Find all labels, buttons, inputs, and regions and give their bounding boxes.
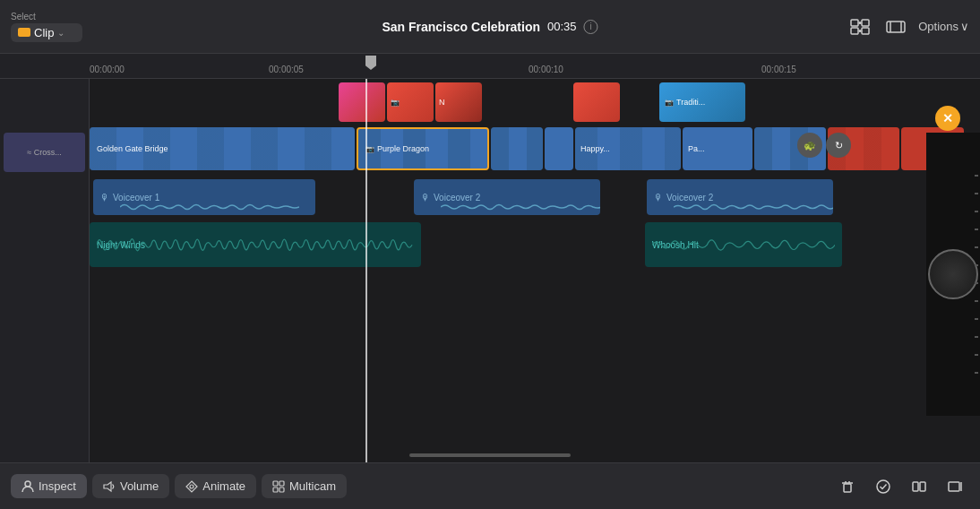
options-button[interactable]: Options ∨	[918, 20, 969, 33]
svg-rect-6	[887, 22, 905, 32]
svg-rect-35	[949, 482, 959, 491]
animate-icon	[185, 480, 198, 493]
connected-clips-row: 📷 N 📷 Traditi...	[90, 82, 980, 125]
title-group: San Francisco Celebration 00:35 i	[382, 20, 597, 34]
select-clip-dropdown[interactable]: Clip ⌄	[11, 23, 82, 42]
split-button[interactable]	[905, 472, 933, 501]
playhead-handle[interactable]	[365, 54, 376, 79]
svg-rect-26	[273, 487, 278, 492]
clip-pa[interactable]: Pa...	[683, 127, 752, 170]
clip-c[interactable]	[545, 127, 573, 170]
happy-label: Happy...	[580, 144, 610, 153]
svg-rect-33	[913, 482, 918, 491]
golden-gate-label: Golden Gate Bridge	[97, 144, 168, 153]
scroll-indicator[interactable]	[409, 453, 571, 457]
multicam-view-button[interactable]	[847, 15, 873, 39]
speed-turtle-button[interactable]: 🐢	[797, 133, 822, 158]
delete-button[interactable]	[833, 472, 862, 501]
volume-button[interactable]: Volume	[92, 474, 169, 498]
vo-clip-1[interactable]: 🎙 Voiceover 1	[93, 179, 315, 215]
ruler-tick-0: 00:00:00	[90, 65, 125, 74]
vo-clip-2[interactable]: 🎙 Voiceover 2	[414, 179, 600, 215]
svg-rect-0	[851, 20, 858, 26]
check-circle-icon	[875, 479, 891, 495]
purple-dragon-label: Purple Dragon	[377, 144, 429, 153]
clip-end-icon	[947, 479, 963, 495]
svg-point-32	[877, 480, 890, 493]
connected-clip-3[interactable]	[573, 82, 620, 122]
svg-point-5	[859, 30, 862, 32]
close-button[interactable]: ✕	[935, 106, 960, 131]
select-label: Select	[11, 12, 82, 22]
timecode-display: 00:35	[547, 20, 577, 33]
bottom-toolbar: Inspect Volume Animate	[0, 462, 980, 509]
clip-color-icon	[18, 28, 30, 37]
audio-clip-whoosh[interactable]: Whoosh Hit	[645, 222, 842, 267]
timeline-area[interactable]: ≈ Cross... 📷 N 📷 Traditi...	[0, 79, 980, 462]
clip-duration-button[interactable]	[882, 15, 909, 39]
svg-rect-1	[862, 20, 869, 26]
clip-after-pd[interactable]	[491, 127, 543, 170]
connected-clip-4[interactable]: 📷 Traditi...	[659, 82, 745, 122]
transition-label-clip: ≈ Cross...	[4, 133, 85, 172]
project-title: San Francisco Celebration	[382, 20, 540, 34]
svg-point-4	[859, 22, 862, 24]
info-icon[interactable]: i	[584, 20, 598, 34]
svg-rect-25	[279, 481, 284, 486]
audio-track: Night Winds Whoosh Hit	[90, 222, 980, 271]
ruler-tick-1: 00:00:05	[269, 65, 304, 74]
pa-label: Pa...	[688, 144, 705, 153]
trash-icon	[839, 479, 855, 495]
connected-clip-1[interactable]: 📷	[387, 82, 434, 122]
svg-marker-22	[104, 482, 111, 491]
inspect-button[interactable]: Inspect	[11, 474, 87, 498]
clip-purple-dragon[interactable]: 📷 Purple Dragon	[357, 127, 489, 170]
volume-icon	[103, 480, 116, 493]
inspect-icon	[21, 480, 34, 493]
audio-clip-night-winds[interactable]: Night Winds	[90, 222, 421, 267]
dial-wheel[interactable]	[928, 158, 978, 391]
timeline-section: ≈ Cross... 📷 N 📷 Traditi...	[0, 79, 980, 462]
vo-clip-3[interactable]: 🎙 Voiceover 2	[647, 179, 833, 215]
clip-happy[interactable]: Happy...	[575, 127, 681, 170]
connected-clip-0[interactable]	[339, 82, 385, 122]
svg-rect-2	[851, 28, 858, 34]
multicam-button[interactable]: Multicam	[262, 474, 347, 498]
svg-rect-34	[920, 482, 925, 491]
bottom-toolbar-left: Inspect Volume Animate	[11, 474, 347, 498]
svg-rect-24	[273, 481, 278, 486]
checkmark-button[interactable]	[869, 472, 898, 501]
multicam-icon	[272, 480, 285, 493]
bottom-toolbar-right	[833, 472, 969, 501]
voiceover-track: 🎙 Voiceover 1 🎙 Voiceover 2 🎙	[90, 179, 980, 217]
speed-forward-button[interactable]: ↻	[826, 133, 851, 158]
track-labels: ≈ Cross...	[0, 79, 90, 462]
svg-rect-3	[862, 28, 869, 34]
ruler-tick-3: 00:00:15	[761, 65, 796, 74]
dial-container	[926, 133, 980, 416]
svg-point-21	[25, 481, 30, 487]
select-group: Select Clip ⌄	[11, 12, 82, 42]
timeline-ruler: 00:00:00 00:00:05 00:00:10 00:00:15	[0, 54, 980, 79]
toolbar-right: Options ∨	[847, 15, 969, 39]
speed-controls: 🐢 ↻	[797, 133, 851, 158]
svg-rect-27	[279, 487, 284, 492]
ruler-tick-2: 00:00:10	[529, 65, 563, 74]
split-clip-icon	[911, 479, 927, 495]
app-container: Select Clip ⌄ San Francisco Celebration …	[0, 0, 980, 509]
connected-clip-2[interactable]: N	[435, 82, 482, 122]
animate-button[interactable]: Animate	[175, 474, 256, 498]
clip-type-label: Clip	[34, 26, 54, 39]
clip-golden-gate[interactable]: Golden Gate Bridge	[90, 127, 355, 170]
chevron-down-icon: ⌄	[57, 28, 64, 38]
svg-point-23	[190, 485, 193, 488]
svg-rect-28	[844, 484, 851, 492]
clip-end-button[interactable]	[941, 472, 969, 501]
top-bar: Select Clip ⌄ San Francisco Celebration …	[0, 0, 980, 54]
